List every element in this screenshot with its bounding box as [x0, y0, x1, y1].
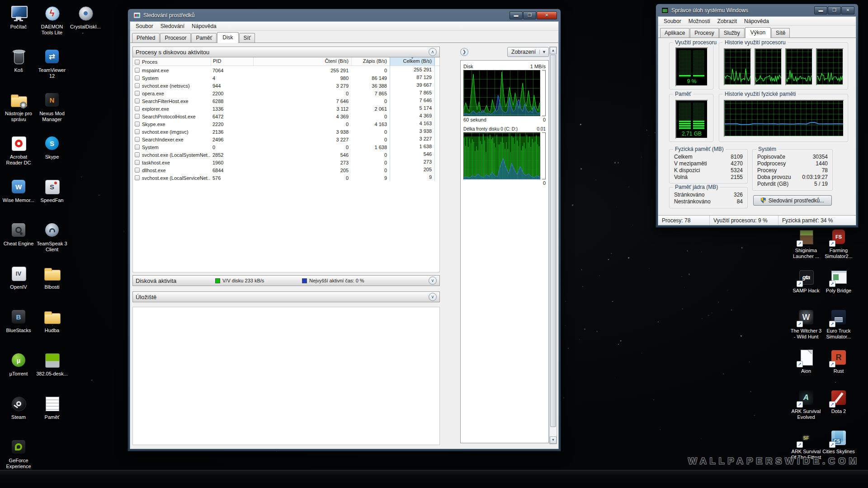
col-zapis[interactable]: Zápis (B/s) [351, 57, 390, 66]
table-row[interactable]: svchost.exe (imgsvc)21363 93803 938 [133, 127, 439, 135]
desktop-icon-aion[interactable]: ➚Aion [789, 348, 823, 374]
table-row[interactable]: opera.exe220007 8657 865 [133, 89, 439, 97]
desktop-icon-ko[interactable]: Koš [2, 47, 35, 73]
minimize-button[interactable]: ▬ [509, 11, 523, 19]
tab-site[interactable]: Sítě [771, 28, 790, 38]
desktop-icon-wise-memor[interactable]: WWise Memor... [2, 177, 35, 203]
row-checkbox[interactable] [135, 137, 140, 142]
tab-procesy[interactable]: Procesy [690, 28, 718, 38]
menu-item-2[interactable]: Nápověda [188, 23, 220, 29]
tab-disk[interactable]: Disk [217, 32, 238, 43]
tab-sluzby[interactable]: Služby [719, 28, 745, 38]
expand-chevron-icon[interactable]: ∨ [429, 293, 437, 301]
desktop-icon-acrobat-reader-dc[interactable]: Acrobat Reader DC [2, 134, 35, 166]
table-row[interactable]: SearchProtocolHost.exe64724 36904 369 [133, 112, 439, 120]
row-checkbox[interactable] [135, 160, 140, 165]
row-checkbox[interactable] [135, 175, 140, 180]
menu-item-2[interactable]: Zobrazit [714, 18, 741, 24]
row-checkbox[interactable] [135, 114, 140, 119]
row-checkbox[interactable] [135, 129, 140, 134]
table-row[interactable]: dllhost.exe68442050205 [133, 166, 439, 174]
table-row[interactable]: System001 6381 638 [133, 143, 439, 150]
menu-item-0[interactable]: Soubor [660, 18, 685, 24]
desktop-icon-geforce-experience[interactable]: GeForce Experience [2, 437, 35, 469]
menu-item-1[interactable]: Možnosti [685, 18, 714, 24]
desktop-icon-bluestacks[interactable]: BBlueStacks [2, 307, 35, 333]
open-resource-monitor-button[interactable]: Sledování prostředků... [753, 195, 832, 206]
desktop-icon-poly-bridge[interactable]: ➚Poly Bridge [822, 267, 855, 294]
desktop-icon-pam[interactable]: Paměť [35, 394, 69, 420]
desktop-icon-crystaldiski[interactable]: CrystalDiskI... [69, 4, 102, 30]
menu-item-0[interactable]: Soubor [132, 23, 157, 29]
views-dropdown[interactable]: Zobrazení ▼ [507, 47, 549, 57]
tab-sit[interactable]: Síť [239, 33, 255, 43]
menu-item-1[interactable]: Sledování [157, 23, 188, 29]
tab-prehled[interactable]: Přehled [132, 33, 160, 43]
task-manager-titlebar[interactable]: Správce úloh systému Windows ▬ ❐ ✕ [658, 4, 856, 16]
table-row[interactable]: taskhost.exe19602730273 [133, 158, 439, 166]
col-cteni[interactable]: Čtení (B/s) [253, 57, 351, 66]
scroll-down-icon[interactable]: ▼ [550, 436, 557, 444]
tab-procesor[interactable]: Procesor [160, 33, 191, 43]
close-button[interactable]: ✕ [537, 11, 557, 19]
desktop-icon-blbosti[interactable]: Blbosti [35, 264, 69, 290]
row-checkbox[interactable] [135, 75, 140, 80]
desktop-icon-shiginima-launcher[interactable]: ➚Shiginima Launcher ... [789, 227, 823, 259]
desktop-icon-daemon-tools-lite[interactable]: ϟDAEMON Tools Lite [35, 4, 69, 36]
table-row[interactable]: svchost.exe (netsvcs)9443 27936 38839 66… [133, 81, 439, 89]
maximize-button[interactable]: ❐ [523, 11, 536, 19]
table-row[interactable]: svchost.exe (LocalSystemNet...2852546054… [133, 150, 439, 158]
tab-aplikace[interactable]: Aplikace [660, 28, 689, 38]
desktop-icon-n-stroje-pro-spr-vu[interactable]: Nástroje pro správu [2, 90, 35, 122]
tab-pamet[interactable]: Paměť [191, 33, 217, 43]
desktop-icon-nexus-mod-manager[interactable]: NNexus Mod Manager [35, 90, 69, 122]
scroll-up-icon[interactable]: ▲ [550, 47, 557, 54]
row-checkbox[interactable] [135, 99, 140, 103]
desktop-icon-samp-hack[interactable]: gta➚SAMP Hack [789, 267, 823, 294]
row-checkbox[interactable] [135, 91, 140, 96]
collapse-chevron-icon[interactable]: ∧ [429, 48, 437, 56]
desktop-icon-speedfan[interactable]: SSpeedFan [35, 177, 69, 203]
row-checkbox[interactable] [135, 168, 140, 173]
desktop-icon-cities-skylines[interactable]: CS➚Cities Skylines [822, 428, 855, 455]
table-row[interactable]: svchost.exe (LocalServiceNet...576099 [133, 174, 439, 181]
desktop-icon-steam[interactable]: Steam [2, 394, 35, 420]
desktop-icon-openiv[interactable]: IVOpenIV [2, 264, 35, 290]
table-row[interactable]: mspaint.exe7064255 2910255 291 [133, 66, 439, 74]
table-row[interactable]: SearchIndexer.exe24963 22703 227 [133, 135, 439, 143]
desktop-icon-farming-simulator2[interactable]: FS➚Farming Simulator2... [822, 227, 855, 259]
desktop-icon-hudba[interactable]: Hudba [35, 307, 69, 333]
row-checkbox[interactable] [135, 152, 140, 157]
desktop-icon-skype[interactable]: SSkype [35, 134, 69, 160]
desktop-icon-the-witcher-3-wild-hunt[interactable]: W➚The Witcher 3 - Wild Hunt [789, 308, 823, 340]
desktop-icon-dota-2[interactable]: ➚Dota 2 [822, 388, 855, 414]
scrollbar-thumb[interactable] [550, 55, 556, 427]
col-celkem[interactable]: ▼ Celkem (B/s) [390, 57, 435, 66]
row-checkbox[interactable] [135, 122, 140, 127]
desktop-icon-euro-truck-simulator[interactable]: ➚Euro Truck Simulator... [822, 308, 855, 340]
select-all-checkbox[interactable] [135, 60, 140, 65]
taskbar[interactable] [0, 470, 868, 488]
row-checkbox[interactable] [135, 68, 140, 73]
close-button[interactable]: ✕ [841, 6, 854, 14]
panel-collapse-chevron-icon[interactable]: ❯ [460, 48, 468, 56]
vertical-scrollbar[interactable]: ▲ ▼ [549, 47, 557, 444]
maximize-button[interactable]: ❐ [828, 6, 841, 14]
table-row[interactable]: SearchFilterHost.exe62887 64607 646 [133, 97, 439, 104]
resource-monitor-titlebar[interactable]: Sledování prostředků ▬ ❐ ✕ [130, 9, 559, 21]
desktop-icon-ark-survival-evolved[interactable]: A➚ARK Survival Evolved [789, 388, 823, 420]
desktop-icon-teamviewer-12[interactable]: ⇄TeamViewer 12 [35, 47, 69, 79]
desktop-icon-rust[interactable]: R➚Rust [822, 348, 855, 374]
desktop-icon-cheat-engine[interactable]: Cheat Engine [2, 221, 35, 247]
table-row[interactable]: System498086 14987 129 [133, 74, 439, 81]
tab-vykon[interactable]: Výkon [745, 27, 771, 38]
desktop-icon-po-ta[interactable]: Počítač [2, 4, 35, 30]
col-pid[interactable]: PID [211, 57, 253, 66]
menu-item-3[interactable]: Nápověda [741, 18, 773, 24]
table-row[interactable]: Skype.exe222004 1634 163 [133, 120, 439, 127]
desktop-icon-teamspeak-3-client[interactable]: TeamSpeak 3 Client [35, 221, 69, 253]
expand-chevron-icon[interactable]: ∨ [429, 277, 437, 285]
col-proces[interactable]: Proces [142, 59, 157, 65]
desktop-icon-torrent[interactable]: µµTorrent [2, 351, 35, 377]
table-row[interactable]: explorer.exe13363 1122 0615 174 [133, 104, 439, 112]
